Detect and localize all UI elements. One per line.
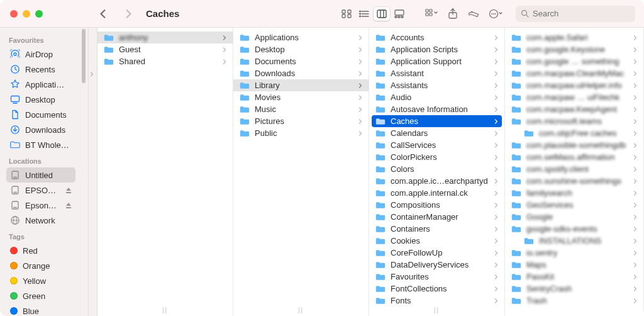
file-row[interactable]: Application Scripts — [369, 43, 504, 55]
file-row[interactable]: FontCollections — [369, 283, 504, 295]
file-row[interactable]: com.objcFree caches — [505, 127, 643, 139]
file-row[interactable]: com.google … something — [505, 55, 643, 67]
file-row[interactable]: familysearch — [505, 187, 643, 199]
file-row[interactable]: Pictures — [233, 115, 369, 127]
file-row[interactable]: INSTALLATIONS — [505, 235, 643, 247]
file-row[interactable]: Maps — [505, 259, 643, 271]
file-row[interactable]: Desktop — [233, 43, 369, 55]
sidebar-item[interactable]: Red — [6, 243, 75, 258]
file-row[interactable]: Compositions — [369, 199, 504, 211]
back-button[interactable] — [94, 6, 112, 21]
file-row[interactable]: Shared — [97, 55, 233, 67]
column-resize-handle[interactable]: || — [434, 307, 440, 313]
file-row[interactable]: Colors — [369, 163, 504, 175]
sidebar-scrollbar[interactable] — [79, 28, 88, 316]
search-input[interactable] — [533, 9, 630, 18]
file-row[interactable]: Audio — [369, 91, 504, 103]
sidebar-item[interactable]: Applicati… — [6, 77, 75, 92]
sidebar-item[interactable]: BT Whole… — [6, 137, 75, 152]
action-menu-button[interactable] — [487, 6, 504, 21]
file-row[interactable]: DataDeliveryServices — [369, 259, 504, 271]
file-row[interactable]: Applications — [233, 31, 369, 43]
eject-icon[interactable] — [65, 202, 72, 209]
sidebar-item[interactable]: Green — [6, 288, 75, 303]
file-row[interactable]: com.apple.ic…earchpartyd — [369, 175, 504, 187]
file-row[interactable]: CoreFollowUp — [369, 247, 504, 259]
file-row[interactable]: Application Support — [369, 55, 504, 67]
sidebar-item[interactable]: EPSO… — [6, 183, 75, 198]
file-row[interactable]: Assistants — [369, 79, 504, 91]
column-4[interactable]: com.apple.Safaricom.google.Keystonecom.g… — [505, 28, 644, 316]
column-1[interactable]: anthonyGuestShared|| — [97, 28, 233, 316]
view-gallery-button[interactable] — [391, 7, 408, 21]
file-row[interactable]: ColorPickers — [369, 151, 504, 163]
file-row[interactable]: Trash — [505, 295, 643, 307]
column-3[interactable]: AccountsApplication ScriptsApplication S… — [369, 28, 505, 316]
file-row[interactable]: google-sdks-events — [505, 223, 643, 235]
file-row[interactable]: ContainerManager — [369, 211, 504, 223]
forward-button[interactable] — [119, 6, 137, 21]
file-row[interactable]: Documents — [233, 55, 369, 67]
file-row[interactable]: Assistant — [369, 67, 504, 79]
eject-icon[interactable] — [65, 187, 72, 194]
file-row[interactable]: com.plausible-somethingdb — [505, 139, 643, 151]
file-row[interactable]: Containers — [369, 223, 504, 235]
file-row[interactable]: Movies — [233, 91, 369, 103]
file-row[interactable]: Google — [505, 211, 643, 223]
sidebar-item[interactable]: Desktop — [6, 92, 75, 107]
minimize-window-button[interactable] — [23, 10, 30, 18]
file-row[interactable]: io.sentry — [505, 247, 643, 259]
file-row[interactable]: Caches — [372, 115, 502, 127]
sidebar-item[interactable]: Downloads — [6, 122, 75, 137]
sidebar-item[interactable]: Documents — [6, 107, 75, 122]
sidebar-collapse-handle[interactable] — [89, 28, 97, 316]
file-row[interactable]: GeoServices — [505, 199, 643, 211]
sidebar-item[interactable]: Yellow — [6, 273, 75, 288]
file-row[interactable]: Cookies — [369, 235, 504, 247]
file-row[interactable]: com.apple.Safari — [505, 31, 643, 43]
zoom-window-button[interactable] — [35, 10, 43, 18]
file-row[interactable]: com.setMass.affirmation — [505, 151, 643, 163]
file-row[interactable]: SentryCrash — [505, 283, 643, 295]
sidebar-scroll-thumb[interactable] — [82, 29, 86, 83]
sidebar-item[interactable]: Orange — [6, 258, 75, 273]
sidebar-item[interactable]: Network — [6, 213, 75, 228]
share-button[interactable] — [444, 6, 462, 21]
file-row[interactable]: anthony — [97, 31, 233, 43]
sidebar-item[interactable]: AirDrop — [6, 47, 75, 62]
file-row[interactable]: Calendars — [369, 127, 504, 139]
view-icons-button[interactable] — [338, 7, 355, 21]
view-columns-button[interactable] — [374, 7, 390, 21]
file-row[interactable]: com.spotify.client — [505, 163, 643, 175]
column-resize-handle[interactable]: || — [162, 307, 168, 313]
sidebar-item[interactable]: Recents — [6, 62, 75, 77]
close-window-button[interactable] — [10, 10, 18, 18]
file-row[interactable]: Fonts — [369, 295, 504, 307]
file-row[interactable]: Autosave Information — [369, 103, 504, 115]
search-field[interactable] — [516, 6, 635, 22]
tags-button[interactable] — [465, 6, 483, 21]
file-row[interactable]: com.sunshine-somethings — [505, 175, 643, 187]
file-row[interactable]: com.google.Keystone — [505, 43, 643, 55]
view-list-button[interactable] — [356, 7, 372, 21]
file-row[interactable]: com.apple.internal.ck — [369, 187, 504, 199]
file-row[interactable]: Accounts — [369, 31, 504, 43]
sidebar-item[interactable]: Epson… — [6, 198, 75, 213]
file-row[interactable]: com.macpaw.CleanMyMac — [505, 67, 643, 79]
sidebar-item[interactable]: Untitled — [6, 167, 75, 183]
file-row[interactable]: CallServices — [369, 139, 504, 151]
sidebar-item[interactable]: Blue — [6, 303, 75, 316]
file-row[interactable]: com.macpaw.KeepAgent — [505, 103, 643, 115]
file-row[interactable]: Favourites — [369, 271, 504, 283]
file-row[interactable]: Public — [233, 127, 369, 139]
group-by-button[interactable] — [423, 6, 440, 21]
file-row[interactable]: Library — [233, 79, 369, 91]
column-2[interactable]: ApplicationsDesktopDocumentsDownloadsLib… — [233, 28, 369, 316]
file-row[interactable]: Music — [233, 103, 369, 115]
column-resize-handle[interactable]: || — [298, 307, 304, 313]
file-row[interactable]: com.microsoft.teams — [505, 115, 643, 127]
file-row[interactable]: PassKit — [505, 271, 643, 283]
file-row[interactable]: Downloads — [233, 67, 369, 79]
file-row[interactable]: Guest — [97, 43, 233, 55]
file-row[interactable]: com.macpaw.uiHelper.info — [505, 79, 643, 91]
